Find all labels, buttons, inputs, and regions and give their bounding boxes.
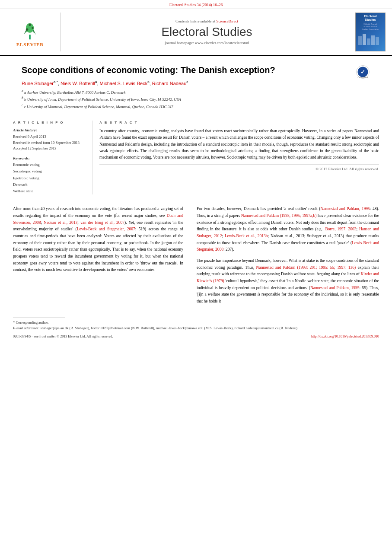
abstract-heading: A B S T R A C T	[99, 121, 379, 124]
abstract-text: In country after country, economic votin…	[99, 128, 379, 161]
ref-vander[interactable]: van der Brug et al., 2007	[80, 220, 124, 225]
keywords-label: Keywords:	[13, 156, 86, 160]
article-info-heading: A R T I C L E I N F O	[13, 121, 86, 124]
svg-rect-9	[376, 37, 379, 45]
elsevier-tree-icon	[19, 17, 41, 41]
authors: Rune Stubagera,*, Niels W. Botterilla, M…	[22, 80, 370, 86]
article-title-row: Scope conditions of economic voting: The…	[22, 64, 370, 80]
crossmark-icon: ✓ CrossMark	[355, 64, 370, 80]
svg-rect-8	[371, 35, 375, 45]
svg-text:✓: ✓	[360, 69, 365, 75]
email-stubager[interactable]: stubager@ps.au.dk	[40, 326, 68, 330]
header-center: Contents lists available at ScienceDirec…	[61, 13, 353, 51]
body-paragraph-3: The puzzle has importance beyond Denmark…	[197, 258, 379, 305]
author-niels: Niels W. Botterill	[61, 81, 95, 86]
ref-nadeau[interactable]: Nadeau et al., 2013	[44, 220, 77, 225]
journal-citation: Electoral Studies 34 (2014) 16–26	[169, 3, 223, 7]
ref-borre[interactable]: Borre, 1997, 2003	[325, 227, 356, 231]
ref-nannestad-1995[interactable]: Nannestad and Paldam, 1995	[320, 207, 370, 211]
email-nadeau[interactable]: richard.nadeau@umontreal.ca	[234, 326, 278, 330]
page-container: Electoral Studies 34 (2014) 16–26 ELSEVI…	[0, 0, 392, 535]
footer-notes: * Corresponding author. E-mail addresses…	[0, 314, 392, 333]
footer-bottom: 0261-3794/$ – see front matter © 2013 El…	[0, 333, 392, 340]
svg-text:CrossMark: CrossMark	[357, 76, 368, 79]
ref-lewis-beck[interactable]: Lewis-Beck and Stegmaier, 2007	[77, 227, 135, 231]
keywords-list: Economic voting Sociotropic voting Egotr…	[13, 162, 86, 194]
svg-point-3	[32, 27, 34, 29]
svg-point-4	[29, 24, 32, 26]
body-paragraph-2: For two decades, however, Denmark has pr…	[197, 206, 379, 253]
cover-title: ElectoralStudies	[364, 15, 377, 22]
elsevier-brand-text: ELSEVIER	[16, 42, 44, 47]
elsevier-logo-section: ELSEVIER	[4, 13, 61, 51]
contents-line: Contents lists available at ScienceDirec…	[175, 19, 238, 23]
top-bar: Electoral Studies 34 (2014) 16–26	[0, 0, 392, 9]
info-abstract-section: A R T I C L E I N F O Article history: R…	[0, 116, 392, 199]
body-col-right: For two decades, however, Denmark has pr…	[190, 206, 379, 309]
ref-lewis-beck-2000[interactable]: Lewis-Beck and Stegmaier, 2000	[197, 241, 379, 252]
ref-lewis-beck-2[interactable]: Lewis-Beck et al., 2013b	[225, 234, 268, 238]
svg-rect-5	[358, 36, 362, 45]
email-botterill[interactable]: botterill187@hotmail.com	[91, 326, 130, 330]
sciencedirect-link[interactable]: ScienceDirect	[217, 19, 238, 23]
svg-rect-7	[367, 38, 370, 45]
ref-nannestad-1995b[interactable]: Nannestad and Paldam, 1995	[310, 286, 360, 290]
affiliations: a a Aarhus University, Bartholins Allé 7…	[22, 89, 370, 110]
svg-rect-6	[363, 34, 366, 45]
author-rune: Rune Stubager	[22, 81, 54, 86]
ref-nannestad-scope[interactable]: Nannestad and Paldam (1993: 201; 1995: 5…	[256, 265, 356, 270]
article-history-label: Article history:	[13, 128, 86, 132]
header-right: ElectoralStudies Official Journalof the …	[353, 13, 388, 51]
abstract-col: A B S T R A C T In country after country…	[93, 121, 379, 194]
ref-kinder[interactable]: Kinder and Kiewiet's (1979)	[197, 272, 379, 283]
email-addresses: E-mail addresses: stubager@ps.au.dk (R. …	[13, 325, 379, 331]
article-header: Scope conditions of economic voting: The…	[0, 56, 392, 116]
journal-cover: ElectoralStudies Official Journalof the …	[355, 13, 386, 51]
svg-rect-0	[29, 35, 31, 39]
rights-text: 0261-3794/$ – see front matter © 2013 El…	[13, 334, 113, 338]
journal-homepage: journal homepage: www.elsevier.com/locat…	[165, 41, 249, 45]
author-richard: Richard Nadeau	[152, 81, 187, 86]
main-body: After more than 40 years of research int…	[0, 199, 392, 313]
ref-nannestad-series[interactable]: Nannestad and Paldam (1993, 1995; 1997a,…	[241, 213, 317, 218]
email-lewis-beck[interactable]: michael-lewis-beck@uiowa.edu	[156, 326, 204, 330]
journal-title: Electoral Studies	[161, 25, 252, 39]
cover-graphic	[357, 32, 383, 47]
corresponding-author-note: * Corresponding author.	[13, 320, 379, 325]
author-michael: Michael S. Lewis-Beck	[100, 81, 148, 86]
svg-point-2	[26, 29, 29, 31]
article-dates: Received 9 April 2013 Received in revise…	[13, 134, 86, 152]
article-title: Scope conditions of economic voting: The…	[22, 64, 275, 76]
doi-link[interactable]: http://dx.doi.org/10.1016/j.electstud.20…	[311, 334, 379, 338]
copyright-text: © 2013 Elsevier Ltd. All rights reserved…	[99, 164, 379, 171]
cover-subtitle: Official Journalof the ElectoralStudies …	[362, 23, 379, 31]
header-section: ELSEVIER Contents lists available at Sci…	[0, 9, 392, 56]
body-col-left: After more than 40 years of research int…	[13, 206, 190, 309]
article-info-col: A R T I C L E I N F O Article history: R…	[13, 121, 93, 194]
elsevier-logo: ELSEVIER	[16, 17, 44, 47]
body-paragraph-1: After more than 40 years of research int…	[13, 206, 183, 274]
